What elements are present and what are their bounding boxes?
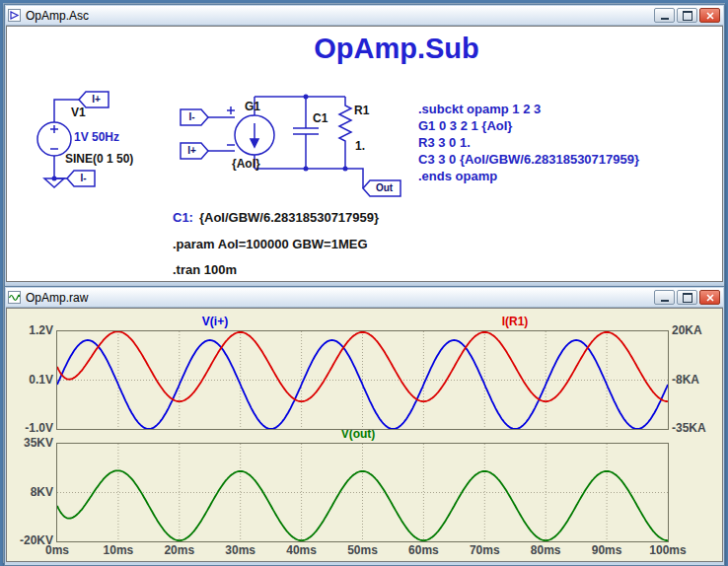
arrow-down-icon	[251, 123, 258, 147]
x-axis-tick-label[interactable]: 90ms	[592, 543, 622, 557]
netlist-line: C3 3 0 {AoI/GBW/6.28318530717959}	[418, 151, 639, 168]
x-axis-tick-label[interactable]: 70ms	[470, 543, 500, 557]
netlist-line: G1 0 3 2 1 {AoI}	[418, 117, 639, 134]
y-axis-tick-label[interactable]: 0.1V	[9, 373, 53, 387]
y-axis-tick-label[interactable]: 1.2V	[9, 323, 53, 337]
close-icon[interactable]	[699, 290, 720, 305]
r1-value-label[interactable]: 1.	[355, 139, 365, 153]
c1-name-label[interactable]: C1	[313, 111, 328, 125]
tran-directive[interactable]: .tran 100m	[173, 262, 237, 277]
port-label-iminus[interactable]: I-	[72, 171, 95, 186]
y-axis-tick-label[interactable]: -35KA	[672, 421, 721, 435]
x-axis-tick-label[interactable]: 20ms	[164, 543, 194, 557]
g1-value-label[interactable]: {AoI}	[232, 157, 260, 171]
x-axis-tick-label[interactable]: 0ms	[45, 543, 69, 557]
y-axis-right[interactable]: 20KA-8KA-35KA	[672, 309, 721, 561]
g1-name-label[interactable]: G1	[245, 100, 260, 113]
plus-icon	[227, 106, 235, 114]
netlist-line: .ends opamp	[418, 168, 639, 184]
y-axis-left[interactable]: 1.2V0.1V-1.0V35KV8KV-20KV	[9, 309, 53, 561]
capacitor-c1[interactable]	[293, 97, 319, 169]
ltspice-workspace: OpAmp.Asc	[0, 0, 728, 566]
schematic-heading[interactable]: OpAmp.Sub	[254, 33, 540, 65]
minimize-icon[interactable]	[654, 8, 675, 23]
schematic-window: OpAmp.Asc	[4, 4, 725, 287]
junction-dot	[52, 177, 57, 181]
x-axis[interactable]: 0ms10ms20ms30ms40ms50ms60ms70ms80ms90ms1…	[7, 543, 722, 559]
c1-directive[interactable]: C1:{AoI/GBW/6.28318530717959}	[173, 210, 379, 225]
x-axis-tick-label[interactable]: 10ms	[104, 543, 134, 557]
maximize-icon[interactable]	[677, 290, 697, 305]
c1-directive-value: {AoI/GBW/6.28318530717959}	[199, 210, 379, 225]
x-axis-tick-label[interactable]: 100ms	[649, 543, 686, 557]
x-axis-tick-label[interactable]: 30ms	[225, 543, 255, 557]
waveform-file-icon	[8, 291, 21, 304]
param-directive[interactable]: .param AoI=100000 GBW=1MEG	[173, 237, 368, 251]
c1-directive-label: C1:	[173, 210, 193, 225]
x-axis-tick-label[interactable]: 50ms	[347, 543, 378, 557]
waveform-titlebar[interactable]: OpAmp.raw	[6, 288, 723, 308]
close-icon[interactable]	[699, 8, 720, 23]
window-title: OpAmp.raw	[24, 291, 651, 305]
x-axis-tick-label[interactable]: 60ms	[408, 543, 439, 557]
y-axis-tick-label[interactable]: 8KV	[9, 485, 53, 499]
schematic-file-icon	[8, 9, 21, 22]
junction-dot	[304, 167, 309, 172]
v1-name-label[interactable]: V1	[71, 106, 86, 119]
minimize-icon[interactable]	[654, 290, 675, 305]
trace-label-vi+[interactable]: V(i+)	[202, 315, 228, 328]
plot-pane-top[interactable]	[56, 330, 669, 430]
junction-dot	[343, 167, 348, 172]
port-label-iplus[interactable]: I+	[84, 92, 109, 107]
port-label-iplus[interactable]: I+	[181, 143, 203, 159]
y-axis-tick-label[interactable]: -8KA	[672, 373, 721, 387]
v1-value-label[interactable]: 1V 50Hz	[74, 130, 119, 144]
maximize-icon[interactable]	[677, 8, 697, 23]
x-axis-tick-label[interactable]: 40ms	[286, 543, 317, 557]
y-axis-tick-label[interactable]: 35KV	[9, 436, 53, 450]
netlist-line: R3 3 0 1.	[418, 134, 639, 151]
window-title: OpAmp.Asc	[24, 9, 651, 23]
plot-pane-bottom[interactable]	[56, 443, 669, 542]
v1-sine-label[interactable]: SINE(0 1 50)	[65, 152, 133, 166]
trace-V(i+)	[57, 340, 668, 429]
netlist-line: .subckt opamp 1 2 3	[418, 101, 639, 117]
port-label-out[interactable]: Out	[368, 180, 400, 196]
resistor-r1[interactable]	[339, 97, 351, 169]
y-axis-tick-label[interactable]: -1.0V	[9, 421, 53, 435]
plus-icon	[50, 125, 58, 133]
y-axis-tick-label[interactable]: 20KA	[672, 323, 721, 337]
r1-name-label[interactable]: R1	[354, 104, 369, 117]
waveform-window: OpAmp.raw V(i+) I(R1) V(out) 1.2V0.1V-1.…	[4, 286, 725, 566]
port-label-iminus[interactable]: I-	[181, 109, 203, 125]
schematic-titlebar[interactable]: OpAmp.Asc	[6, 6, 723, 26]
x-axis-tick-label[interactable]: 80ms	[531, 543, 561, 557]
waveform-plot-area: V(i+) I(R1) V(out) 1.2V0.1V-1.0V35KV8KV-…	[6, 308, 723, 562]
subckt-netlist-text[interactable]: .subckt opamp 1 2 3 G1 0 3 2 1 {AoI} R3 …	[418, 101, 639, 184]
junction-dot	[304, 95, 309, 100]
trace-label-ir1[interactable]: I(R1)	[502, 315, 529, 328]
schematic-canvas[interactable]: OpAmp.Sub I+ I- I- I+ Out V1 1V 50Hz SIN…	[6, 26, 723, 282]
